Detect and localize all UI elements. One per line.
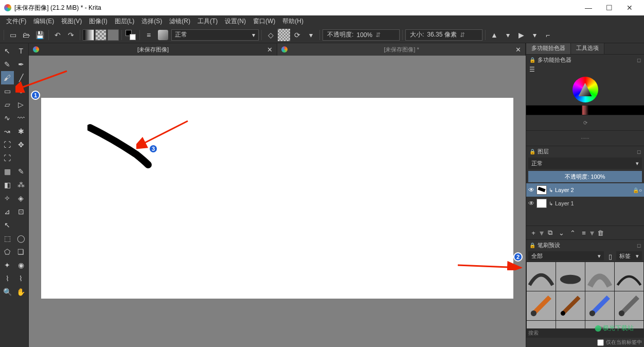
menu-select[interactable]: 选择(S) (138, 16, 165, 27)
measure-tool[interactable]: ⊿ (1, 205, 14, 218)
brush-tag-select[interactable]: 全部▾ (528, 251, 604, 261)
redo-button[interactable]: ↷ (65, 29, 77, 41)
line-tool[interactable]: ╱ (15, 71, 28, 84)
add-layer-button[interactable]: + (528, 228, 539, 238)
move-layer-tool[interactable]: ✥ (15, 138, 28, 151)
menu-edit[interactable]: 编辑(E) (30, 16, 57, 27)
maximize-button[interactable]: ☐ (599, 1, 619, 15)
brush-preset[interactable] (556, 262, 585, 291)
layer-row-2[interactable]: 👁 ↳ Layer 2 🔒○ (526, 183, 644, 197)
ellipse-tool[interactable]: ○ (15, 84, 28, 98)
brush-preset[interactable] (615, 291, 643, 320)
brush-tool[interactable]: 🖌 (1, 71, 14, 84)
open-button[interactable]: 🗁 (20, 29, 32, 41)
lock-icon[interactable]: 🔒 (529, 57, 535, 63)
zoom-tool[interactable]: 🔍 (1, 285, 14, 299)
menu-image[interactable]: 图像(I) (86, 16, 110, 27)
select-free-tool[interactable]: ❏ (15, 245, 28, 258)
document-tab-1[interactable]: [未保存图像] ✕ (29, 43, 277, 56)
calligraphy-tool[interactable]: ✒ (15, 58, 28, 71)
reload-icon[interactable]: ⟳ (291, 29, 303, 41)
brush-tag-label[interactable]: 标签▾ (616, 251, 642, 261)
assistants-tool[interactable]: ◈ (15, 192, 28, 205)
color-strip[interactable] (526, 105, 644, 115)
tab-close-icon[interactable]: ✕ (267, 46, 273, 54)
brush-settings-icon[interactable]: ≡ (142, 29, 155, 41)
canvas[interactable] (41, 98, 513, 299)
tab-tool-options[interactable]: 工具选项 (571, 43, 604, 54)
brush-preset[interactable] (527, 262, 556, 291)
color-picker-tool[interactable]: ✎ (15, 165, 28, 178)
polygon-tool[interactable]: ▱ (1, 98, 14, 111)
freehand-path-tool[interactable]: 〰 (15, 111, 28, 125)
arrow-tool[interactable]: ↖ (1, 218, 14, 232)
reference-tool[interactable]: ⊡ (15, 205, 28, 218)
brush-preset[interactable] (527, 321, 556, 328)
brush-preset[interactable] (585, 291, 614, 320)
smart-fill-tool[interactable]: ✧ (1, 192, 14, 205)
brush-preset[interactable] (615, 262, 643, 291)
menu-settings[interactable]: 设置(N) (222, 16, 249, 27)
new-button[interactable]: ▭ (7, 29, 19, 41)
layer-props-button[interactable]: ≡ (579, 228, 589, 238)
menu-file[interactable]: 文件(F) (3, 16, 29, 27)
bezier-tool[interactable]: ∿ (1, 111, 14, 125)
crop-tool[interactable]: ⛶ (1, 151, 14, 165)
wrap-icon[interactable]: ⌐ (542, 29, 554, 41)
popout-icon[interactable]: ◻ (637, 149, 641, 154)
layer-blend-select[interactable]: 正常▾ (528, 158, 642, 169)
dynamic-brush-tool[interactable]: ↝ (1, 125, 14, 138)
polyline-tool[interactable]: ▷ (15, 98, 28, 111)
undo-button[interactable]: ↶ (51, 29, 64, 41)
mirror-v-dd-icon[interactable]: ▾ (528, 29, 541, 41)
select-contig-tool[interactable]: ✦ (1, 258, 14, 272)
brush-preset[interactable] (556, 321, 585, 328)
select-bezier-tool[interactable]: ⌇ (1, 272, 14, 285)
save-button[interactable]: 💾 (33, 29, 46, 41)
layer-row-1[interactable]: 👁 ↳ Layer 1 (526, 197, 644, 210)
fgbg-swatch[interactable] (124, 29, 137, 41)
brush-view-icon[interactable]: ▯ (605, 251, 615, 262)
alpha-icon[interactable] (278, 29, 290, 41)
pattern-tool[interactable]: ⁂ (15, 178, 28, 192)
rect-tool[interactable]: ▭ (1, 84, 14, 98)
duplicate-layer-button[interactable]: ⧉ (545, 228, 555, 238)
canvas-viewport[interactable] (29, 56, 526, 347)
menu-window[interactable]: 窗口(W) (250, 16, 278, 27)
fill-tool[interactable]: ▦ (1, 165, 14, 178)
menu-tool[interactable]: 工具(T) (194, 16, 221, 27)
pattern-swatch[interactable] (95, 29, 106, 41)
move-down-button[interactable]: ⌄ (556, 228, 566, 238)
transform-tool[interactable]: ⛶ (1, 138, 14, 151)
tab-close-icon[interactable]: ✕ (515, 46, 521, 54)
select-rect-tool[interactable]: ⬚ (1, 232, 14, 245)
tag-only-checkbox[interactable] (597, 339, 604, 346)
pan-tool[interactable]: ✋ (15, 285, 28, 299)
gradient-swatch[interactable] (83, 29, 94, 41)
popout-icon[interactable]: ◻ (637, 57, 641, 63)
mirror-h-icon[interactable]: ▲ (488, 29, 500, 41)
visibility-icon[interactable]: 👁 (528, 186, 534, 194)
lock-icon[interactable]: 🔒 (529, 242, 535, 248)
brush-preset[interactable] (585, 321, 614, 328)
eraser-icon[interactable]: ◇ (264, 29, 277, 41)
gradient-tool[interactable]: ◧ (1, 178, 14, 192)
brush-preset[interactable] (615, 321, 643, 328)
opacity-field[interactable]: 不透明度:100%⇵ (323, 29, 400, 41)
multibrush-tool[interactable]: ✱ (15, 125, 28, 138)
popout-icon[interactable]: ◻ (637, 242, 641, 248)
menu-help[interactable]: 帮助(H) (279, 16, 307, 27)
lock-icon[interactable]: 🔒 (529, 149, 535, 154)
picker-config-icon[interactable]: ☰ (529, 66, 535, 73)
layer-opacity-field[interactable]: 不透明度: 100% (528, 171, 642, 182)
mirror-h-dd-icon[interactable]: ▾ (502, 29, 514, 41)
move-up-button[interactable]: ⌃ (567, 228, 578, 238)
brush-preset[interactable] (556, 291, 585, 320)
shape-edit-tool[interactable]: ✎ (1, 58, 14, 71)
brush-search[interactable]: 搜索 (526, 328, 644, 338)
select-similar-tool[interactable]: ◉ (15, 258, 28, 272)
brush-preset[interactable] (527, 291, 556, 320)
select-poly-tool[interactable]: ⬠ (1, 245, 14, 258)
size-field[interactable]: 大小:36.35 像素⇵ (405, 29, 482, 41)
document-tab-2[interactable]: [未保存图像] * ✕ (277, 43, 526, 56)
